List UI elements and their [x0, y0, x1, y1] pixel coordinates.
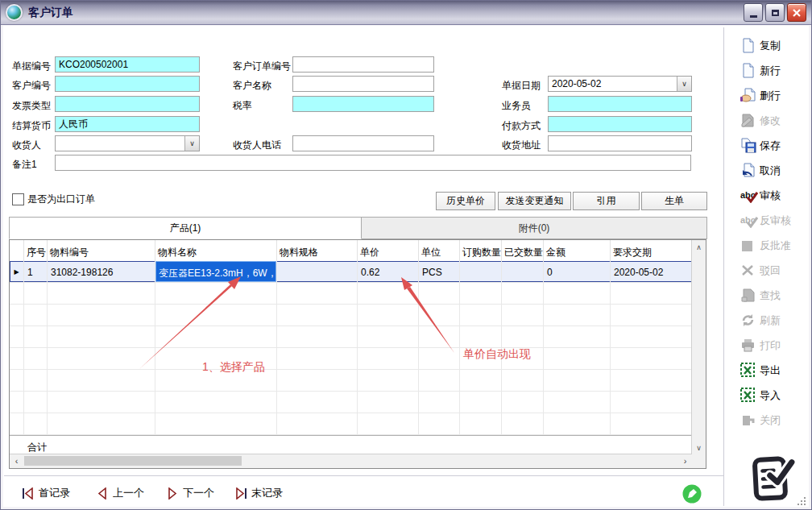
row-marker-cell[interactable]: ▶: [10, 261, 24, 282]
print-button[interactable]: 打印: [726, 333, 810, 358]
cell-col2[interactable]: [48, 283, 155, 304]
send_change_notice-button[interactable]: 发送变更通知: [498, 192, 571, 210]
cell-col5[interactable]: [358, 283, 419, 304]
cell-col6[interactable]: [419, 326, 460, 347]
cell-col4[interactable]: [277, 283, 358, 304]
quote-button[interactable]: 引用: [573, 192, 640, 210]
cell-col6[interactable]: [419, 348, 460, 369]
cell-col1[interactable]: [24, 370, 48, 391]
cell-col3[interactable]: 变压器EE13-2.3mH，6W，: [155, 261, 277, 282]
cell-col2[interactable]: 31082-198126: [48, 261, 155, 282]
row-marker-cell[interactable]: [10, 348, 24, 369]
last-record-button[interactable]: 末记录: [234, 483, 283, 504]
cell-col5[interactable]: [358, 370, 419, 391]
salesman-field[interactable]: [548, 96, 692, 112]
cell-col4[interactable]: [277, 305, 358, 325]
cell-col1[interactable]: [24, 326, 48, 347]
cell-col4[interactable]: [277, 392, 358, 413]
cell-col4[interactable]: [277, 261, 358, 282]
minimize-button[interactable]: [744, 3, 763, 22]
scroll-down-button[interactable]: ∨: [692, 441, 706, 454]
cell-col8[interactable]: [502, 370, 544, 391]
cell-col10[interactable]: [611, 370, 692, 391]
cell-col1[interactable]: [24, 283, 48, 304]
cell-col9[interactable]: [544, 305, 611, 325]
save-button[interactable]: 保存: [726, 133, 810, 158]
cell-col1[interactable]: 1: [24, 261, 48, 282]
consignee-dropdown-button[interactable]: ∨: [184, 136, 199, 151]
cell-col10[interactable]: [611, 348, 692, 369]
cell-col10[interactable]: [611, 326, 692, 347]
cell-col7[interactable]: [460, 305, 502, 325]
cancel-button[interactable]: 取消: [726, 158, 810, 183]
cell-col9[interactable]: [544, 370, 611, 391]
horizontal-scroll-thumb[interactable]: [24, 456, 242, 466]
horizontal-scrollbar[interactable]: ‹ ›: [10, 454, 692, 468]
cell-col7[interactable]: [460, 283, 502, 304]
cell-col6[interactable]: [419, 370, 460, 391]
new_row-button[interactable]: 新行: [726, 58, 810, 83]
import-button[interactable]: 导入: [726, 383, 810, 408]
export-order-checkbox[interactable]: [12, 193, 24, 205]
cell-col9[interactable]: [544, 392, 611, 413]
cell-col2[interactable]: [48, 348, 155, 369]
cell-col4[interactable]: [277, 413, 358, 434]
refresh-button[interactable]: 刷新: [726, 308, 810, 333]
cell-col8[interactable]: [502, 305, 544, 325]
cell-col1[interactable]: [24, 348, 48, 369]
cell-col1[interactable]: [24, 392, 48, 413]
cell-col1[interactable]: [24, 413, 48, 434]
cell-col1[interactable]: [24, 305, 48, 325]
cell-col10[interactable]: [611, 392, 692, 413]
cell-col9[interactable]: 0: [544, 261, 611, 282]
copy-button[interactable]: 复制: [726, 33, 810, 58]
cell-col9[interactable]: [544, 348, 611, 369]
cell-col5[interactable]: [358, 392, 419, 413]
cell-col6[interactable]: [419, 305, 460, 325]
row-marker-cell[interactable]: [10, 413, 24, 434]
tab-products[interactable]: 产品(1): [9, 217, 362, 239]
cell-col8[interactable]: [502, 326, 544, 347]
next-record-button[interactable]: 下一个: [166, 483, 214, 504]
cell-col4[interactable]: [277, 326, 358, 347]
row-marker-cell[interactable]: [10, 370, 24, 391]
generate_order-button[interactable]: 生单: [641, 192, 707, 210]
cell-col7[interactable]: [460, 261, 502, 282]
cell-col6[interactable]: PCS: [419, 261, 460, 282]
cell-col9[interactable]: [544, 283, 611, 304]
cell-col2[interactable]: [48, 392, 155, 413]
history_price-button[interactable]: 历史单价: [436, 192, 495, 210]
cell-col8[interactable]: [502, 283, 544, 304]
cell-col8[interactable]: [502, 413, 544, 434]
cell-col5[interactable]: [358, 305, 419, 325]
modify-button[interactable]: 修改: [726, 108, 810, 133]
row-marker-cell[interactable]: [10, 305, 24, 325]
cell-col2[interactable]: [48, 305, 155, 325]
cell-col4[interactable]: [277, 348, 358, 369]
cell-col4[interactable]: [277, 370, 358, 391]
reject-button[interactable]: 驳回: [726, 258, 810, 283]
audit-button[interactable]: abc审核: [726, 183, 810, 208]
cell-col3[interactable]: [155, 326, 277, 347]
scroll-up-button[interactable]: ∧: [692, 240, 706, 254]
export-button[interactable]: 导出: [726, 358, 810, 383]
cell-col6[interactable]: [419, 283, 460, 304]
row-marker-cell[interactable]: [10, 283, 24, 304]
customer_no-field[interactable]: [55, 76, 200, 92]
cell-col9[interactable]: [544, 326, 611, 347]
cell-col2[interactable]: [48, 326, 155, 347]
cell-col3[interactable]: [155, 305, 277, 325]
prev-record-button[interactable]: 上一个: [96, 483, 144, 504]
cell-col5[interactable]: [358, 326, 419, 347]
cell-col3[interactable]: [155, 283, 277, 304]
scroll-left-button[interactable]: ‹: [10, 454, 23, 467]
maximize-button[interactable]: [765, 3, 785, 22]
cell-col10[interactable]: [611, 283, 692, 304]
cell-col3[interactable]: [155, 392, 277, 413]
cell-col10[interactable]: 2020-05-02: [611, 261, 692, 282]
cell-col5[interactable]: [358, 348, 419, 369]
tax_rate-field[interactable]: [292, 96, 434, 112]
consignee_phone-field[interactable]: [292, 135, 434, 151]
delete_row-button[interactable]: 删行: [726, 83, 810, 108]
cell-col8[interactable]: [502, 392, 544, 413]
